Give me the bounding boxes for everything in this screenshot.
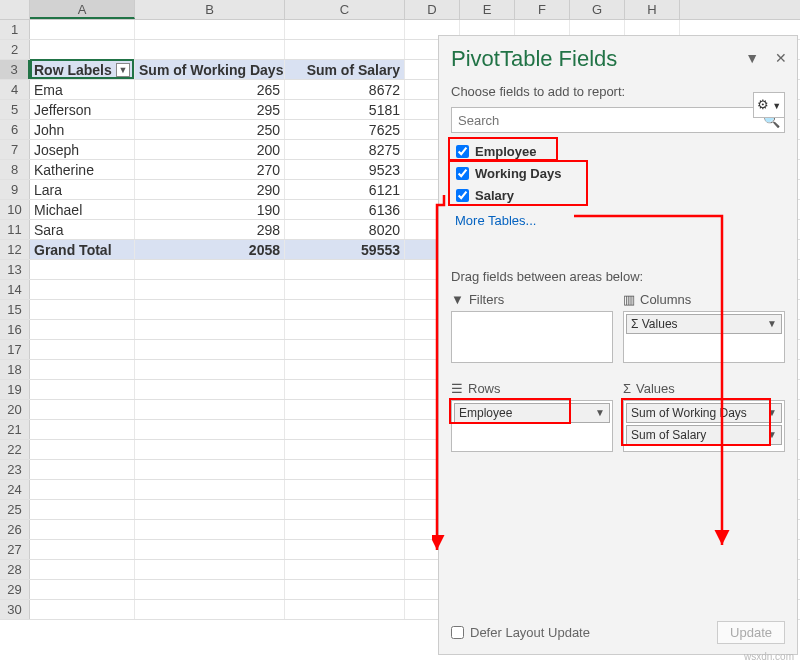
row-header[interactable]: 4 [0, 80, 30, 99]
cell[interactable] [285, 20, 405, 39]
cell[interactable] [135, 40, 285, 59]
col-header-E[interactable]: E [460, 0, 515, 19]
cell[interactable]: 265 [135, 80, 285, 99]
cell[interactable] [285, 380, 405, 399]
cell[interactable] [135, 280, 285, 299]
col-header-B[interactable]: B [135, 0, 285, 19]
cell[interactable] [135, 340, 285, 359]
cell[interactable] [30, 460, 135, 479]
cell[interactable] [285, 300, 405, 319]
cell[interactable] [30, 520, 135, 539]
cell[interactable]: Sum of Salary [285, 60, 405, 79]
cell[interactable]: 6121 [285, 180, 405, 199]
cell[interactable] [135, 420, 285, 439]
row-header[interactable]: 14 [0, 280, 30, 299]
cell[interactable] [135, 300, 285, 319]
cell[interactable] [135, 360, 285, 379]
cell[interactable]: 290 [135, 180, 285, 199]
row-header[interactable]: 1 [0, 20, 30, 39]
cell[interactable] [285, 420, 405, 439]
row-header[interactable]: 6 [0, 120, 30, 139]
row-header[interactable]: 13 [0, 260, 30, 279]
cell[interactable] [30, 500, 135, 519]
cell[interactable] [135, 520, 285, 539]
row-header[interactable]: 28 [0, 560, 30, 579]
cell[interactable]: Grand Total [30, 240, 135, 259]
row-header[interactable]: 3 [0, 60, 30, 79]
row-header[interactable]: 20 [0, 400, 30, 419]
row-header[interactable]: 25 [0, 500, 30, 519]
row-header[interactable]: 5 [0, 100, 30, 119]
row-header[interactable]: 11 [0, 220, 30, 239]
col-header-H[interactable]: H [625, 0, 680, 19]
cell[interactable]: Lara [30, 180, 135, 199]
cell[interactable]: 7625 [285, 120, 405, 139]
cell[interactable] [135, 500, 285, 519]
cell[interactable] [30, 380, 135, 399]
cell[interactable] [285, 460, 405, 479]
row-header[interactable]: 22 [0, 440, 30, 459]
row-header[interactable]: 12 [0, 240, 30, 259]
select-all-corner[interactable] [0, 0, 30, 19]
cell[interactable] [285, 480, 405, 499]
cell[interactable] [285, 500, 405, 519]
panel-settings-button[interactable]: ⚙ ▼ [753, 92, 785, 118]
cell[interactable]: 8275 [285, 140, 405, 159]
row-header[interactable]: 18 [0, 360, 30, 379]
row-header[interactable]: 19 [0, 380, 30, 399]
cell[interactable] [285, 580, 405, 599]
cell[interactable] [135, 380, 285, 399]
cell[interactable] [135, 20, 285, 39]
row-header[interactable]: 30 [0, 600, 30, 619]
cell[interactable]: 8672 [285, 80, 405, 99]
cell[interactable]: 5181 [285, 100, 405, 119]
col-header-C[interactable]: C [285, 0, 405, 19]
cell[interactable] [285, 560, 405, 579]
row-header[interactable]: 21 [0, 420, 30, 439]
panel-menu-icon[interactable]: ▼ [745, 50, 759, 66]
cell[interactable]: 190 [135, 200, 285, 219]
cell[interactable]: Sum of Working Days [135, 60, 285, 79]
cell[interactable]: 295 [135, 100, 285, 119]
row-header[interactable]: 16 [0, 320, 30, 339]
row-header[interactable]: 10 [0, 200, 30, 219]
cell[interactable] [30, 300, 135, 319]
row-header[interactable]: 27 [0, 540, 30, 559]
cell[interactable] [30, 600, 135, 619]
more-tables-link[interactable]: More Tables... [451, 207, 785, 230]
cell[interactable] [285, 440, 405, 459]
cell[interactable]: 6136 [285, 200, 405, 219]
columns-area[interactable]: ▥Columns Σ Values▼ [623, 292, 785, 363]
cell[interactable] [30, 40, 135, 59]
cell[interactable] [30, 400, 135, 419]
cell[interactable] [135, 460, 285, 479]
cell[interactable] [285, 400, 405, 419]
cell[interactable] [30, 360, 135, 379]
cell[interactable] [285, 360, 405, 379]
field-search-box[interactable]: 🔍 [451, 107, 785, 133]
cell[interactable] [30, 580, 135, 599]
cell[interactable]: 9523 [285, 160, 405, 179]
row-header[interactable]: 9 [0, 180, 30, 199]
row-header[interactable]: 17 [0, 340, 30, 359]
field-search-input[interactable] [452, 108, 758, 132]
cell[interactable] [135, 320, 285, 339]
update-button[interactable]: Update [717, 621, 785, 644]
col-header-G[interactable]: G [570, 0, 625, 19]
cell[interactable] [135, 400, 285, 419]
cell[interactable] [285, 280, 405, 299]
cell[interactable] [285, 40, 405, 59]
row-header[interactable]: 24 [0, 480, 30, 499]
cell[interactable] [135, 440, 285, 459]
col-header-D[interactable]: D [405, 0, 460, 19]
cell[interactable] [30, 480, 135, 499]
cell[interactable] [30, 560, 135, 579]
cell[interactable]: Katherine [30, 160, 135, 179]
row-header[interactable]: 23 [0, 460, 30, 479]
cell[interactable] [285, 520, 405, 539]
cell[interactable] [285, 600, 405, 619]
cell[interactable] [30, 420, 135, 439]
cell[interactable] [30, 20, 135, 39]
row-header[interactable]: 26 [0, 520, 30, 539]
chevron-down-icon[interactable]: ▼ [767, 315, 777, 333]
